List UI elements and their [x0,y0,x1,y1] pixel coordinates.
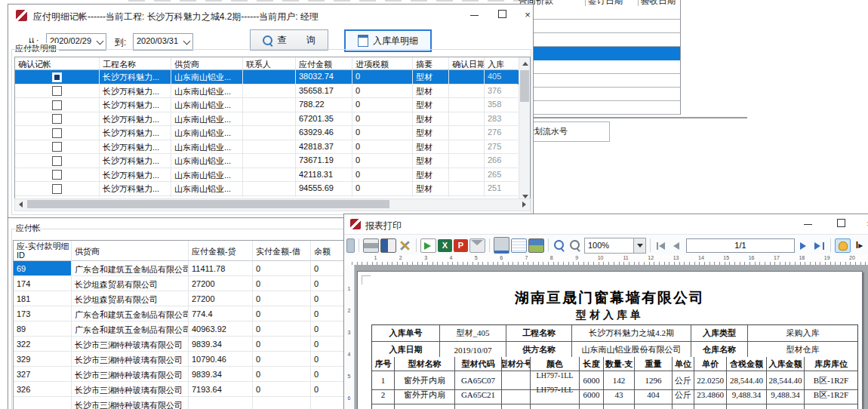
cell-confirm[interactable] [15,126,100,140]
vertical-scroll-thumb[interactable] [520,70,529,102]
checkbox[interactable] [52,170,62,180]
cell-inbound[interactable]: 276 [485,126,518,140]
cell-inbound[interactable]: 405 [485,70,518,85]
cell-summary[interactable]: 型材 [413,126,449,140]
cell-credit[interactable]: 27200 [189,276,253,291]
export-icon[interactable] [420,238,436,253]
col-header-contact[interactable]: 联系人 [243,57,296,70]
cell-id[interactable]: 174 [14,276,72,291]
cell-balance[interactable]: 0 [311,306,347,321]
cell-amount[interactable]: 38032.74 [296,70,352,85]
cell-debit[interactable]: 0 [253,382,311,397]
cell-credit[interactable]: 10790.46 [189,352,253,367]
scroll-right-arrow[interactable] [522,201,526,208]
cell-credit[interactable]: 27200 [189,291,253,306]
checkbox[interactable] [52,100,62,110]
cell-summary[interactable]: 型材 [413,70,449,85]
table-row[interactable]: 326 长沙市三湘特种玻璃有限公司 7193.64 0 0 [14,382,346,397]
chevron-down-icon[interactable] [97,38,104,45]
cell-debit[interactable]: 0 [253,367,311,382]
cell-credit[interactable]: 11411.78 [189,261,253,276]
cell-supplier[interactable]: 山东南山铝业... [171,182,243,196]
cell-supplier[interactable]: 山东南山铝业... [171,140,243,155]
col-header-credit[interactable]: 应付金额-贷 [189,241,253,261]
cell-balance[interactable]: 0 [311,261,347,276]
checkbox[interactable] [52,156,62,166]
chevron-down-icon[interactable] [633,238,645,253]
zoom-out-icon[interactable] [568,239,583,252]
cell-id[interactable]: 69 [14,261,72,276]
cell-debit[interactable]: 0 [253,276,311,291]
maximize-button[interactable] [830,217,851,232]
table-row[interactable]: 322 长沙市三湘特种玻璃有限公司 9839.34 0 0 [14,337,346,352]
cell-confirm-date[interactable] [449,98,485,112]
cell-contact[interactable] [243,196,296,198]
cell-tax[interactable]: 0 [352,126,413,140]
cell-confirm-date[interactable] [449,70,485,85]
cell-project[interactable]: 长沙万科魅力... [100,112,171,127]
cell-amount[interactable]: 67201.35 [296,112,352,127]
col-header-amount[interactable]: 应付金额 [296,57,352,70]
cell-tax[interactable]: 0 [352,85,413,99]
cell-confirm-date[interactable] [449,182,485,196]
titlebar[interactable]: 应付明细记帐------当前工程: 长沙万科魅力之城4.2期------当前用户… [8,5,533,25]
checkbox[interactable] [52,142,62,152]
cell-confirm[interactable] [15,112,100,127]
plan-serial-field[interactable]: 计划流水号 [523,121,610,142]
cell-supplier[interactable]: 山东南山铝业... [171,154,243,168]
cell-tax[interactable]: 0 [352,154,413,168]
cell-contact[interactable] [243,98,296,112]
excel-export-icon[interactable]: X [438,239,452,252]
vertical-scrollbar[interactable] [519,57,530,203]
table-row[interactable]: 长沙万科魅力... 山东南山铝业... 42818.37 0 型材 275 [15,140,530,155]
cell-contact[interactable] [243,140,296,155]
cell-project[interactable]: 长沙万科魅力... [100,70,171,85]
cell-inbound[interactable]: 266 [485,154,518,168]
cell-balance[interactable]: 0 [311,382,347,397]
cell-amount[interactable]: 788.22 [296,98,352,112]
table-row[interactable]: 长沙万科魅力... 山东南山铝业... 788.22 0 型材 358 [15,98,530,112]
cell-id[interactable] [14,397,72,409]
cell-supplier[interactable]: 长沙市三湘特种玻璃有限公司 [72,352,189,367]
table-row[interactable]: 174 长沙坦森贸易有限公司 27200 0 0 [14,276,346,291]
cell-balance[interactable] [311,397,347,409]
table-row[interactable]: 长沙万科魅力... 山东南山铝业... 42118.31 0 型材 265 [15,168,530,183]
titlebar[interactable]: 报表打印 × [344,214,868,234]
col-header-confirm-date[interactable]: 确认日期 [449,57,485,70]
cell-summary[interactable]: 型材 [413,112,449,127]
cell-id[interactable]: 181 [14,291,72,306]
cell-tax[interactable]: 0 [352,140,413,155]
print-preview-area[interactable]: 123456 湖南亘晟门窗幕墙有限公司 型材入库单 入库单号 型材_405 工程… [344,265,868,409]
cell-tax[interactable]: 0 [352,112,413,127]
cell-summary[interactable]: 型材 [413,196,449,198]
cell-inbound[interactable]: 251 [485,182,518,196]
cell-summary[interactable]: 型材 [413,154,449,168]
text-select-icon[interactable]: I▸ [852,239,866,252]
cell-inbound[interactable]: 283 [485,112,518,127]
cell-inbound[interactable]: 275 [485,140,518,155]
cell-balance[interactable]: 0 [311,321,347,337]
cell-supplier[interactable]: 广东合和建筑五金制品有限公司 [72,321,189,337]
maximize-button[interactable] [491,8,512,23]
cell-contact[interactable] [243,112,296,127]
cell-supplier[interactable]: 山东南山铝业... [171,112,243,127]
cell-credit[interactable]: 9839.34 [189,367,253,382]
close-button[interactable]: × [859,217,868,232]
table-row[interactable]: 长沙万科魅力... 山东南山铝业... 67201.35 0 型材 283 [15,112,530,127]
cell-id[interactable]: 327 [14,367,72,382]
cell-debit[interactable]: 0 [253,352,311,367]
cell-confirm[interactable] [15,196,100,198]
cell-supplier[interactable]: 长沙坦森贸易有限公司 [72,291,189,306]
cell-amount[interactable]: 94555.69 [296,182,352,196]
table-row[interactable]: 长沙万科魅力... 山东南山铝业... 35658.17 0 型材 376 [15,85,530,99]
cell-amount[interactable]: 3805.84 [296,196,352,198]
first-page-button[interactable] [654,239,669,252]
cell-amount[interactable]: 63929.46 [296,126,352,140]
cell-balance[interactable]: 0 [311,367,347,382]
col-header-tax[interactable]: 进项税额 [352,57,413,70]
cell-supplier[interactable]: 长沙市三湘特种玻璃有限公司 [72,337,189,352]
checkbox[interactable] [52,86,62,96]
pdf-export-icon[interactable]: P [454,239,468,252]
table-row[interactable]: 173 广东合和建筑五金制品有限公司 774.4 0 0 [14,306,346,321]
page-indicator-input[interactable] [686,238,795,253]
